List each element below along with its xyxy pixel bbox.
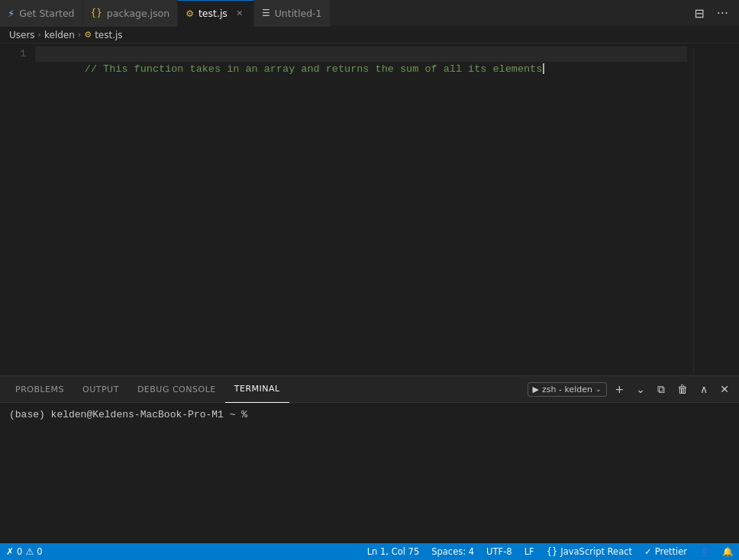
breadcrumb-file-name: test.js <box>95 30 122 40</box>
status-bar-left: ✗ 0 ⚠ 0 <box>0 543 48 560</box>
vscode-icon: ⚡ <box>8 8 15 19</box>
file-icon: ☰ <box>262 8 270 18</box>
output-tab-label: OUTPUT <box>82 385 119 394</box>
split-editor-button[interactable]: ⊟ <box>689 3 708 24</box>
breadcrumb-users[interactable]: Users <box>9 30 35 40</box>
code-line-1[interactable]: // This function takes in an array and r… <box>35 47 687 62</box>
tab-test-js[interactable]: ⚙ test.js ✕ <box>178 0 254 27</box>
terminal-prompt-text: (base) kelden@Keldens-MacBook-Pro-M1 ~ % <box>9 409 247 420</box>
language-text: JavaScript React <box>560 546 632 557</box>
editor-area[interactable]: 1 // This function takes in an array and… <box>0 43 739 375</box>
breadcrumb-sep-1: › <box>38 30 41 40</box>
breadcrumb-file-icon: ⚙ <box>84 30 92 40</box>
tab-debug-console[interactable]: DEBUG CONSOLE <box>128 376 225 403</box>
new-terminal-button[interactable]: + <box>612 381 628 397</box>
tab-label: Untitled-1 <box>275 8 322 19</box>
chevron-down-icon: ⌄ <box>595 385 602 393</box>
breadcrumb-kelden[interactable]: kelden <box>44 30 75 40</box>
tab-problems[interactable]: PROBLEMS <box>6 376 73 403</box>
line-ending-text: LF <box>524 546 534 557</box>
tab-untitled-1[interactable]: ☰ Untitled-1 <box>254 0 331 27</box>
status-line-ending[interactable]: LF <box>518 543 541 560</box>
warning-count: 0 <box>37 546 42 557</box>
error-count: 0 <box>17 546 22 557</box>
minimap <box>693 47 739 372</box>
encoding-text: UTF-8 <box>486 546 512 557</box>
person-icon: 👤 <box>699 546 710 557</box>
status-bar: ✗ 0 ⚠ 0 Ln 1, Col 75 Spaces: 4 UTF-8 LF … <box>0 543 739 560</box>
terminal-run-icon: ▶ <box>533 385 539 394</box>
breadcrumb: Users › kelden › ⚙ test.js <box>0 27 739 43</box>
tab-label: test.js <box>198 8 228 19</box>
code-comment: // This function takes in an array and r… <box>85 63 543 75</box>
terminal-body[interactable]: (base) kelden@Keldens-MacBook-Pro-M1 ~ % <box>0 403 739 543</box>
status-spaces[interactable]: Spaces: 4 <box>425 543 480 560</box>
split-terminal-button[interactable]: ⧉ <box>653 381 669 398</box>
status-notifications[interactable]: 🔔 <box>716 543 739 560</box>
line-number-1: 1 <box>6 47 26 62</box>
tab-bar-actions: ⊟ ··· <box>689 3 739 24</box>
breadcrumb-sep-2: › <box>78 30 81 40</box>
breadcrumb-file[interactable]: ⚙ test.js <box>84 30 122 40</box>
status-bar-right: Ln 1, Col 75 Spaces: 4 UTF-8 LF {} JavaS… <box>361 543 739 560</box>
panel: PROBLEMS OUTPUT DEBUG CONSOLE TERMINAL ▶… <box>0 375 739 543</box>
panel-tabs: PROBLEMS OUTPUT DEBUG CONSOLE TERMINAL ▶… <box>0 376 739 403</box>
js-file-icon: ⚙ <box>186 8 194 19</box>
warning-icon: ⚠ <box>25 546 34 557</box>
status-language[interactable]: {} JavaScript React <box>541 543 638 560</box>
line-numbers: 1 <box>0 47 35 372</box>
close-panel-button[interactable]: ✕ <box>716 381 733 397</box>
tab-package-json[interactable]: {} package.json <box>83 0 179 27</box>
status-errors[interactable]: ✗ 0 ⚠ 0 <box>0 543 48 560</box>
status-accounts[interactable]: 👤 <box>693 543 716 560</box>
tab-output[interactable]: OUTPUT <box>73 376 128 403</box>
debug-tab-label: DEBUG CONSOLE <box>137 385 216 394</box>
editor-content[interactable]: 1 // This function takes in an array and… <box>0 43 739 375</box>
panel-tab-actions: ▶ zsh - kelden ⌄ + ⌄ ⧉ 🗑 ∧ ✕ <box>528 381 733 398</box>
error-icon: ✗ <box>6 546 14 557</box>
terminal-dropdown-button[interactable]: ⌄ <box>632 381 649 397</box>
formatter-text: Prettier <box>655 546 687 557</box>
tab-label: Get Started <box>19 8 74 19</box>
kill-terminal-button[interactable]: 🗑 <box>673 381 692 397</box>
tab-terminal[interactable]: TERMINAL <box>225 376 289 403</box>
maximize-panel-button[interactable]: ∧ <box>696 381 712 397</box>
tab-get-started[interactable]: ⚡ Get Started <box>0 0 83 27</box>
terminal-tab-label: TERMINAL <box>234 384 280 394</box>
status-position[interactable]: Ln 1, Col 75 <box>361 543 426 560</box>
tab-bar: ⚡ Get Started {} package.json ⚙ test.js … <box>0 0 739 27</box>
terminal-instance-name: zsh - kelden <box>542 385 592 394</box>
spaces-text: Spaces: 4 <box>431 546 474 557</box>
tab-close-button[interactable]: ✕ <box>234 8 246 20</box>
language-braces-icon: {} <box>547 546 558 557</box>
problems-tab-label: PROBLEMS <box>15 385 64 394</box>
bell-icon: 🔔 <box>722 546 733 557</box>
json-icon: {} <box>91 8 102 18</box>
more-actions-button[interactable]: ··· <box>712 3 733 24</box>
text-cursor <box>543 63 544 74</box>
terminal-prompt-line: (base) kelden@Keldens-MacBook-Pro-M1 ~ % <box>9 409 730 420</box>
status-encoding[interactable]: UTF-8 <box>480 543 518 560</box>
status-formatter[interactable]: ✓ Prettier <box>638 543 693 560</box>
terminal-instance-selector[interactable]: ▶ zsh - kelden ⌄ <box>528 382 607 397</box>
tab-label: package.json <box>107 8 169 19</box>
check-icon: ✓ <box>644 546 652 557</box>
code-lines[interactable]: // This function takes in an array and r… <box>35 47 693 372</box>
position-text: Ln 1, Col 75 <box>367 546 420 557</box>
